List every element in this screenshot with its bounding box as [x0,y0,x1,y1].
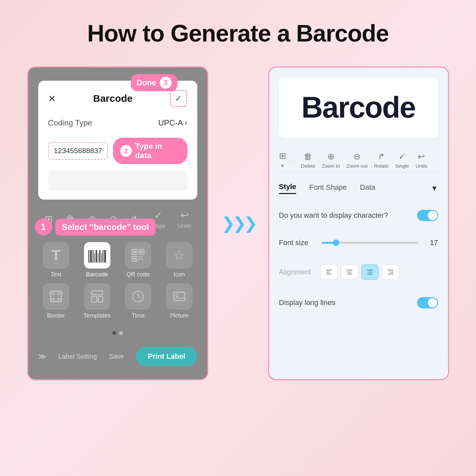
coding-type-label: Coding Type [48,118,92,127]
right-zoom-out-tool[interactable]: ⊖ Zoom out [347,152,367,169]
right-delete-label: Delete [301,163,315,169]
center-dropdown-icon: ▼ [280,163,285,169]
right-single-label: Single [395,163,409,169]
tab-font-shape[interactable]: Font Shape [309,183,347,194]
tool-qr-code[interactable]: QR code [120,242,156,278]
tabs-dropdown-icon[interactable]: ▼ [431,184,438,193]
svg-line-20 [138,296,141,298]
right-panel: Barcode ⊞ ▼ | 🗑 Delete ⊕ Zoom In ⊖ Zoom … [268,67,449,380]
picture-icon [166,283,192,310]
modal-header: ✕ Barcode ✓ [48,90,187,107]
svg-point-13 [52,298,54,300]
display-long-lines-toggle[interactable] [417,297,438,308]
arrow-connector: ❯❯❯ [221,214,255,233]
templates-icon [84,283,110,310]
font-size-slider[interactable] [322,242,418,244]
display-character-toggle[interactable] [417,210,438,221]
alignment-label: Alignment [279,268,315,276]
tab-data[interactable]: Data [360,183,375,194]
svg-rect-8 [139,259,140,260]
right-undo-label: Undo [415,163,427,169]
svg-rect-1 [133,251,136,253]
barcode-graphic [88,248,106,263]
step2-number: 2 [120,145,132,157]
style-tabs: Style Font Shape Data ▼ [279,179,438,198]
tool-grid: T Text [38,239,197,322]
display-long-lines-row: Display long lines [279,292,438,314]
svg-point-14 [58,298,60,300]
type-in-label: Type in data [135,142,180,160]
qr-code-label: QR code [126,271,150,278]
right-rotate-label: Rotate [374,163,388,169]
toolbar-undo[interactable]: ↩ Undo [178,210,191,229]
modal-confirm-button[interactable]: ✓ [170,90,187,107]
pagination-dot-1 [112,331,116,335]
text-label: Text [50,271,61,278]
right-zoom-in-icon: ⊕ [327,152,335,162]
font-size-row: Font size 17 [279,233,438,253]
barcode-data-input[interactable]: 123455688837 [48,142,108,160]
display-character-row: Do you want to display character? [279,205,438,227]
tool-time[interactable]: Time [120,283,156,319]
qr-code-icon [125,242,151,268]
tool-text[interactable]: T Text [38,242,74,278]
toolbar: ⊞ 🗑 ⊕ ⊖ ↱ ✓ Single ↩ Undo [38,206,197,232]
svg-rect-15 [92,291,103,295]
chevron-down-icon: ≫ [38,352,46,361]
align-right-button[interactable] [382,265,399,280]
right-delete-tool[interactable]: 🗑 Delete [301,152,315,169]
pagination [38,329,197,337]
svg-rect-7 [141,256,143,258]
step1-number: 1 [35,218,52,236]
tool-barcode[interactable]: Barcode [79,242,115,278]
modal-footer-area [48,171,187,190]
coding-type-value: UPC-A › [158,118,187,127]
svg-rect-3 [140,251,143,253]
align-center-filled-button[interactable] [361,265,378,280]
text-icon: T [43,242,69,268]
print-label-button[interactable]: Print Label [136,347,197,366]
label-setting-button[interactable]: Label Setting [58,353,97,360]
alignment-row: Alignment [279,259,438,285]
data-input-row: 123455688837 2 Type in data [48,138,187,164]
bottom-bar: ≫ Label Setting Save Print Label [38,344,197,369]
tool-icon[interactable]: ☆ Icon [161,242,197,278]
type-in-data-badge: 2 Type in data [113,138,187,164]
right-undo-tool[interactable]: ↩ Undo [415,152,427,169]
border-label: Border [47,312,65,319]
icon-star-icon: ☆ [166,242,192,268]
print-label: Print Label [148,352,185,360]
border-icon [43,283,69,310]
tool-templates[interactable]: Templates [79,283,115,319]
undo-icon: ↩ [181,210,189,221]
right-rotate-tool[interactable]: ↱ Rotate [374,152,388,169]
step3-number: 3 [160,77,172,89]
tab-style[interactable]: Style [279,182,296,194]
slider-thumb [333,239,339,246]
right-zoom-in-label: Zoom In [322,163,340,169]
align-left-button[interactable] [321,265,338,280]
modal-title: Barcode [93,93,132,104]
save-button[interactable]: Save [109,353,124,360]
right-zoom-out-label: Zoom out [347,163,367,169]
right-toolbar: ⊞ ▼ | 🗑 Delete ⊕ Zoom In ⊖ Zoom out ↱ Ro… [279,148,438,173]
tool-border[interactable]: Border [38,283,74,319]
align-center-button[interactable] [341,265,358,280]
barcode-label: Barcode [86,271,108,278]
barcode-preview: Barcode [279,77,438,138]
right-zoom-in-tool[interactable]: ⊕ Zoom In [322,152,340,169]
page-title: How to Generate a Barcode [87,20,389,47]
done-badge: Done 3 [131,74,178,91]
time-label: Time [132,312,145,319]
barcode-icon [84,242,110,268]
icon-label: Icon [174,271,185,278]
pagination-dot-2 [119,331,123,335]
modal-close-icon[interactable]: ✕ [48,93,56,104]
right-center-tool[interactable]: ⊞ ▼ [279,151,286,169]
svg-rect-10 [51,291,61,302]
step1-label: Select "barcode" tool [55,219,156,236]
tool-picture[interactable]: Picture [161,283,197,319]
svg-rect-21 [174,292,185,301]
chevron-down-button[interactable]: ≫ [38,352,46,361]
right-single-tool[interactable]: ✓ Single [395,152,409,169]
